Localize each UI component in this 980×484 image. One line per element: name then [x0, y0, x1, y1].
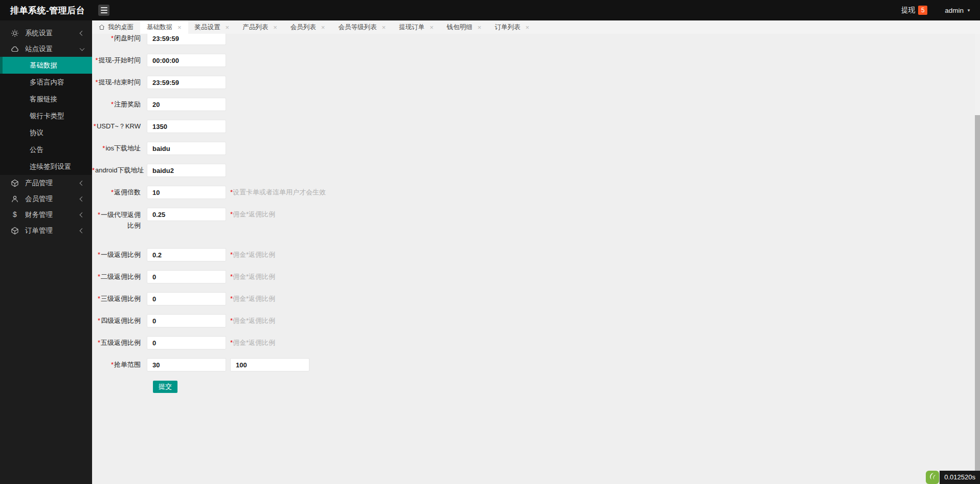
- form-row: *闭盘时间: [92, 34, 980, 45]
- l1-rebate-input[interactable]: [147, 248, 226, 261]
- sidebar-item-label: 产品管理: [25, 175, 53, 191]
- l5-rebate-input[interactable]: [147, 336, 226, 349]
- sidebar-subitem-bankcard-type[interactable]: 银行卡类型: [0, 107, 92, 124]
- close-icon[interactable]: ×: [226, 24, 230, 31]
- close-icon[interactable]: ×: [321, 24, 325, 31]
- withdraw-end-input[interactable]: [147, 76, 226, 89]
- grab-range-min-input[interactable]: [147, 358, 226, 371]
- tab-desktop[interactable]: 我的桌面: [92, 20, 140, 34]
- tab-member-level-list[interactable]: 会员等级列表 ×: [331, 20, 392, 34]
- tab-member-list[interactable]: 会员列表 ×: [284, 20, 332, 34]
- caret-down-icon: ▼: [967, 8, 971, 13]
- field-label-usdt-krw: *USDT~？KRW: [92, 120, 147, 133]
- sidebar-item-label: 系统设置: [25, 25, 53, 41]
- field-hint: *佣金*返佣比例: [230, 292, 275, 305]
- close-icon[interactable]: ×: [382, 24, 386, 31]
- tab-basic-data[interactable]: 基础数据 ×: [140, 20, 188, 34]
- tab-product-list[interactable]: 产品列表 ×: [236, 20, 284, 34]
- scrollbar-thumb[interactable]: [975, 115, 980, 484]
- sidebar-item-product-mgmt[interactable]: 产品管理: [0, 175, 92, 191]
- form-row-range: *抢单范围: [92, 358, 980, 371]
- sidebar-item-site-settings[interactable]: 站点设置: [0, 41, 92, 57]
- tab-prize-settings[interactable]: 奖品设置 ×: [188, 20, 236, 34]
- sidebar-item-member-mgmt[interactable]: 会员管理: [0, 191, 92, 207]
- close-time-input[interactable]: [147, 34, 226, 45]
- sidebar-subitem-basic-data[interactable]: 基础数据: [0, 57, 92, 74]
- withdraw-start-input[interactable]: [147, 54, 226, 67]
- form-row: *一级返佣比例 *佣金*返佣比例: [92, 248, 980, 261]
- sidebar-item-finance-mgmt[interactable]: $ 财务管理: [0, 207, 92, 223]
- debug-badge: 0.012520s: [925, 471, 980, 484]
- top-header: 排单系统-管理后台 提现 5 admin ▼: [0, 0, 980, 20]
- field-label-android-url: *android下载地址: [92, 164, 147, 177]
- l3-rebate-input[interactable]: [147, 292, 226, 305]
- field-label-register-reward: *注册奖励: [92, 98, 147, 111]
- grab-range-max-input[interactable]: [230, 358, 309, 371]
- android-url-input[interactable]: [147, 164, 226, 177]
- chevron-left-icon: [80, 196, 85, 202]
- tab-withdraw-orders[interactable]: 提现订单 ×: [392, 20, 440, 34]
- chevron-down-icon: [80, 46, 85, 51]
- close-icon[interactable]: ×: [478, 24, 482, 31]
- form-row: *四级返佣比例 *佣金*返佣比例: [92, 314, 980, 327]
- withdraw-count-badge[interactable]: 5: [918, 6, 927, 15]
- sidebar-subitem-signin-settings[interactable]: 连续签到设置: [0, 158, 92, 175]
- l2-rebate-input[interactable]: [147, 270, 226, 283]
- form-row: *提现-开始时间: [92, 54, 980, 67]
- chevron-left-icon: [80, 31, 85, 36]
- tab-bar: 我的桌面 基础数据 × 奖品设置 × 产品列表 × 会员列表 × 会员等级列表 …: [92, 20, 980, 34]
- sidebar-subitem-agreement[interactable]: 协议: [0, 124, 92, 141]
- exec-time: 0.012520s: [940, 471, 980, 484]
- chevron-left-icon: [80, 228, 85, 233]
- close-icon[interactable]: ×: [525, 24, 529, 31]
- cube-icon: [11, 227, 19, 235]
- field-hint: *佣金*返佣比例: [230, 314, 275, 327]
- ios-url-input[interactable]: [147, 142, 226, 155]
- sidebar-subitem-announcement[interactable]: 公告: [0, 141, 92, 158]
- content-area: *闭盘时间 *提现-开始时间 *提现-结束时间 *注册奖励 *USDT~？KRW: [92, 34, 980, 484]
- field-label-l3-rebate: *三级返佣比例: [92, 292, 147, 305]
- form-row: *注册奖励: [92, 98, 980, 111]
- chevron-left-icon: [80, 212, 85, 217]
- site-settings-submenu: 基础数据 多语言内容 客服链接 银行卡类型 协议 公告 连续签到设置: [0, 57, 92, 175]
- user-menu[interactable]: admin ▼: [945, 7, 971, 14]
- usdt-krw-input[interactable]: [147, 120, 226, 133]
- tab-wallet-detail[interactable]: 钱包明细 ×: [440, 20, 488, 34]
- form-row: *提现-结束时间: [92, 76, 980, 89]
- field-label-rebate-multiple: *返佣倍数: [92, 186, 147, 199]
- withdraw-link[interactable]: 提现: [901, 6, 915, 15]
- agent-l1-rebate-input[interactable]: [147, 208, 226, 221]
- sidebar-item-order-mgmt[interactable]: 订单管理: [0, 223, 92, 238]
- scrollbar-track[interactable]: [975, 34, 980, 484]
- sidebar-subitem-multilang[interactable]: 多语言内容: [0, 74, 92, 91]
- field-label-ios-url: *ios下载地址: [92, 142, 147, 155]
- thinkphp-logo-icon[interactable]: [925, 471, 940, 484]
- sidebar-item-label: 站点设置: [25, 41, 53, 57]
- form-row: *返佣倍数 *设置卡单或者连单用户才会生效: [92, 186, 980, 199]
- rebate-multiple-input[interactable]: [147, 186, 226, 199]
- field-label-withdraw-end: *提现-结束时间: [92, 76, 147, 89]
- sidebar-item-system-settings[interactable]: 系统设置: [0, 25, 92, 41]
- hamburger-icon: [101, 7, 107, 8]
- submit-button[interactable]: 提交: [153, 381, 177, 393]
- form-row: *五级返佣比例 *佣金*返佣比例: [92, 336, 980, 349]
- sidebar-item-label: 财务管理: [25, 207, 53, 223]
- close-icon[interactable]: ×: [273, 24, 277, 31]
- sidebar-item-label: 会员管理: [25, 191, 53, 207]
- menu-toggle-button[interactable]: [98, 5, 109, 16]
- chevron-left-icon: [80, 181, 85, 186]
- field-label-l5-rebate: *五级返佣比例: [92, 336, 147, 349]
- username: admin: [945, 7, 964, 14]
- sidebar-subitem-service-link[interactable]: 客服链接: [0, 91, 92, 107]
- field-label-agent-l1-rebate: *一级代理返佣比例: [92, 208, 147, 231]
- field-label-close-time: *闭盘时间: [92, 34, 147, 45]
- sidebar-item-label: 订单管理: [25, 223, 53, 238]
- main-area: 我的桌面 基础数据 × 奖品设置 × 产品列表 × 会员列表 × 会员等级列表 …: [92, 20, 980, 484]
- field-label-l4-rebate: *四级返佣比例: [92, 314, 147, 327]
- field-label-l2-rebate: *二级返佣比例: [92, 270, 147, 283]
- l4-rebate-input[interactable]: [147, 314, 226, 327]
- close-icon[interactable]: ×: [177, 24, 182, 31]
- close-icon[interactable]: ×: [430, 24, 434, 31]
- tab-order-list[interactable]: 订单列表 ×: [488, 20, 536, 34]
- register-reward-input[interactable]: [147, 98, 226, 111]
